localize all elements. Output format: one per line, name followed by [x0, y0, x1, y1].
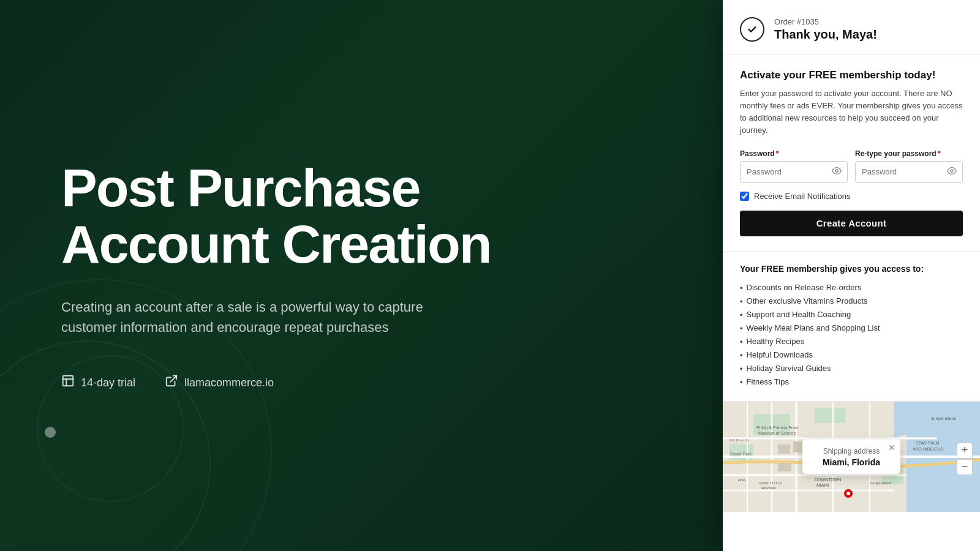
password-input-wrapper: [740, 161, 848, 183]
email-notifications-row: Receive Email Notifications: [740, 192, 963, 201]
order-number: Order #1035: [774, 17, 877, 26]
svg-text:DOWNTOWN: DOWNTOWN: [815, 478, 841, 482]
right-panel: Order #1035 Thank you, Maya! Activate yo…: [723, 0, 980, 551]
svg-text:NW River Dr: NW River Dr: [729, 438, 750, 442]
list-item: Weekly Meal Plans and Shopping List: [740, 321, 963, 335]
list-item: Holiday Survival Guides: [740, 362, 963, 375]
password-label: Password*: [740, 149, 848, 158]
subtitle: Creating an account after a sale is a po…: [61, 297, 478, 337]
svg-rect-22: [778, 463, 791, 471]
svg-text:Jungle Island: Jungle Island: [931, 416, 956, 421]
list-item: Helpful Downloads: [740, 348, 963, 362]
check-circle-icon: [740, 17, 764, 42]
trial-icon: [61, 374, 75, 391]
svg-text:Depot Park: Depot Park: [730, 452, 752, 457]
membership-description: Enter your password to activate your acc…: [740, 88, 963, 137]
list-item: Fitness Tips: [740, 375, 963, 389]
create-account-button[interactable]: Create Account: [740, 211, 963, 236]
svg-rect-0: [63, 376, 74, 386]
svg-text:EAST LITTLE: EAST LITTLE: [760, 481, 782, 485]
svg-point-39: [846, 492, 850, 495]
order-info: Order #1035 Thank you, Maya!: [774, 17, 877, 42]
main-title: Post Purchase Account Creation: [61, 160, 674, 273]
email-notifications-label[interactable]: Receive Email Notifications: [754, 192, 851, 201]
svg-text:Phillip & Patricia Frost: Phillip & Patricia Frost: [756, 425, 799, 430]
svg-text:STAR PALM: STAR PALM: [916, 441, 940, 445]
list-item: Support and Health Coaching: [740, 308, 963, 321]
benefits-title: Your FREE membership gives you access to…: [740, 264, 963, 274]
external-link-icon: [165, 374, 178, 391]
retype-input-wrapper: [855, 161, 963, 183]
svg-text:MIAMI: MIAMI: [816, 483, 829, 487]
list-item: Discounts on Release Re-orders: [740, 281, 963, 294]
zoom-out-button[interactable]: −: [957, 459, 973, 475]
password-group: Password*: [740, 149, 848, 183]
thank-you-message: Thank you, Maya!: [774, 28, 877, 42]
bottom-links: 14-day trial llamacommerce.io: [61, 374, 674, 391]
password-eye-icon[interactable]: [832, 166, 842, 178]
svg-text:ANA: ANA: [738, 478, 745, 482]
benefits-section: Your FREE membership gives you access to…: [723, 252, 980, 402]
shipping-address-label: Shipping address: [815, 446, 888, 455]
trial-label: 14-day trial: [81, 377, 135, 389]
site-label: llamacommerce.io: [184, 377, 274, 389]
email-notifications-checkbox[interactable]: [740, 192, 749, 201]
membership-section: Activate your FREE membership today! Ent…: [723, 54, 980, 252]
shipping-address-value: Miami, Florida: [815, 457, 888, 467]
svg-point-2: [835, 170, 838, 172]
svg-text:HAVANA: HAVANA: [761, 486, 776, 490]
site-link[interactable]: llamacommerce.io: [165, 374, 274, 391]
list-item: Other exclusive Vitamins Products: [740, 294, 963, 308]
zoom-in-button[interactable]: +: [957, 443, 973, 459]
svg-rect-8: [815, 408, 845, 423]
svg-rect-19: [778, 444, 790, 454]
shipping-popup: ✕ Shipping address Miami, Florida: [802, 439, 900, 474]
svg-text:Museum of Science: Museum of Science: [758, 431, 796, 435]
membership-title: Activate your FREE membership today!: [740, 69, 963, 81]
retype-label: Re-type your password*: [855, 149, 963, 158]
order-header: Order #1035 Thank you, Maya!: [723, 0, 980, 54]
svg-text:Dodge Island: Dodge Island: [870, 481, 891, 485]
benefits-list: Discounts on Release Re-ordersOther excl…: [740, 281, 963, 389]
svg-point-3: [951, 170, 953, 172]
map-section: Phillip & Patricia Frost Museum of Scien…: [723, 402, 980, 512]
password-row: Password* Re-type your password*: [740, 149, 963, 183]
left-panel: Post Purchase Account Creation Creating …: [0, 0, 723, 551]
retype-password-group: Re-type your password*: [855, 149, 963, 183]
svg-text:AND HIBISCUS: AND HIBISCUS: [913, 447, 943, 451]
popup-close-button[interactable]: ✕: [888, 443, 895, 451]
decorative-dot: [45, 427, 56, 438]
retype-eye-icon[interactable]: [947, 166, 957, 178]
svg-line-1: [170, 376, 176, 382]
list-item: Healthy Recipes: [740, 335, 963, 348]
trial-link[interactable]: 14-day trial: [61, 374, 135, 391]
map-zoom-controls: + −: [957, 443, 973, 475]
